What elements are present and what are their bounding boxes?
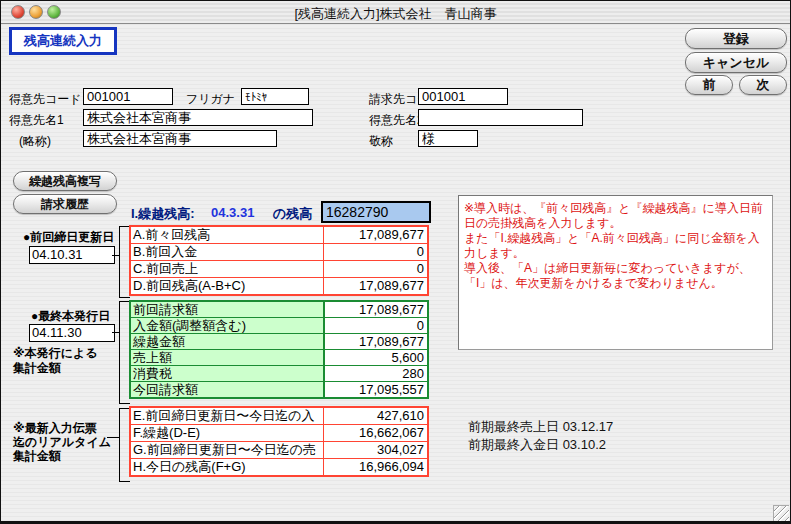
carryover-suffix: の残高 <box>273 205 312 223</box>
table-row: H.今日の残高(F+G)16,966,094 <box>131 458 427 475</box>
billing-history-button[interactable]: 請求履歴 <box>13 194 117 214</box>
table-row: 前回請求額17,089,677 <box>131 302 427 317</box>
last-sales-label: 前期最終売上日 <box>468 419 559 434</box>
last-issue-label: ●最終本発行日 <box>31 308 110 325</box>
customer-name1-input[interactable] <box>83 109 313 126</box>
customer-name1-label: 得意先名1 <box>9 112 64 129</box>
row-value[interactable]: 304,027 <box>323 442 427 458</box>
prev-button[interactable]: 前 <box>685 75 733 95</box>
customer-code-input[interactable] <box>83 88 173 105</box>
row-value[interactable]: 5,600 <box>323 350 427 365</box>
row-value[interactable]: 0 <box>323 244 427 260</box>
row-value[interactable]: 280 <box>323 366 427 381</box>
row-value[interactable]: 0 <box>323 261 427 277</box>
connector-green <box>112 332 119 333</box>
table-row: F.繰越(D-E)16,662,067 <box>131 424 427 441</box>
row-label: 今回請求額 <box>131 382 323 397</box>
next-button[interactable]: 次 <box>739 75 787 95</box>
help-note: ※導入時は、『前々回残高』と『繰越残高』に導入日前日の売掛残高を入力します。 ま… <box>458 195 773 350</box>
copy-carryover-balance-button[interactable]: 繰越残高複写 <box>13 171 117 191</box>
row-label: D.前回残高(A-B+C) <box>131 278 323 294</box>
billing-code-input[interactable] <box>418 88 508 105</box>
row-label: 入金額(調整額含む) <box>131 318 323 333</box>
row-label: 繰越金額 <box>131 334 323 349</box>
furigana-input[interactable] <box>241 88 309 105</box>
table-row: D.前回残高(A-B+C)17,089,677 <box>131 277 427 294</box>
row-label: B.前回入金 <box>131 244 323 260</box>
table-row: A.前々回残高17,089,677 <box>131 227 427 243</box>
table-row: 入金額(調整額含む)0 <box>131 317 427 333</box>
last-issue-date: 04.11.30 <box>29 324 115 342</box>
last-sales-date-line: 前期最終売上日 03.12.17 <box>468 418 613 436</box>
screen-title-badge: 残高連続入力 <box>9 27 117 55</box>
row-value[interactable]: 0 <box>323 318 427 333</box>
prev-closing-date: 04.10.31 <box>29 246 115 264</box>
row-value[interactable]: 16,662,067 <box>323 425 427 441</box>
customer-name2-label: 得意先名2 <box>369 112 424 129</box>
realtime-note-line3: 集計金額 <box>13 448 61 465</box>
carryover-label: I.繰越残高: <box>131 205 195 223</box>
row-label: E.前回締日更新日〜今日迄の入金 <box>131 408 323 424</box>
abbreviation-label: (略称) <box>19 133 51 150</box>
table-row: 売上額5,600 <box>131 349 427 365</box>
row-value[interactable]: 17,089,677 <box>323 227 427 243</box>
balance-table-realtime: E.前回締日更新日〜今日迄の入金427,610F.繰越(D-E)16,662,0… <box>129 406 429 477</box>
table-row: B.前回入金0 <box>131 243 427 260</box>
prev-closing-label: ●前回締日更新日 <box>23 229 114 246</box>
table-row: E.前回締日更新日〜今日迄の入金427,610 <box>131 408 427 424</box>
customer-code-label: 得意先コード <box>9 91 82 108</box>
abbreviation-input[interactable] <box>83 130 277 147</box>
row-label: C.前回売上 <box>131 261 323 277</box>
row-label: 消費税 <box>131 366 323 381</box>
app-window: [残高連続入力]株式会社 青山商事 残高連続入力 登録 キャンセル 前 次 得意… <box>0 0 791 524</box>
row-label: 売上額 <box>131 350 323 365</box>
row-label: A.前々回残高 <box>131 227 323 243</box>
honorific-label: 敬称 <box>369 133 393 150</box>
customer-name2-input[interactable] <box>418 109 583 126</box>
cancel-button[interactable]: キャンセル <box>685 52 787 73</box>
balance-table-prev: A.前々回残高17,089,677B.前回入金0C.前回売上0D.前回残高(A-… <box>129 225 429 296</box>
row-value[interactable]: 17,089,677 <box>323 302 427 317</box>
register-button[interactable]: 登録 <box>685 28 787 49</box>
row-value[interactable]: 427,610 <box>323 408 427 424</box>
window-title: [残高連続入力]株式会社 青山商事 <box>1 5 790 23</box>
table-row: 消費税280 <box>131 365 427 381</box>
connector-a-d <box>112 255 119 256</box>
last-deposit-date-line: 前期最終入金日 03.10.2 <box>468 436 606 454</box>
last-deposit-date: 03.10.2 <box>563 437 606 452</box>
table-row: 今回請求額17,095,557 <box>131 381 427 397</box>
row-value[interactable]: 17,089,677 <box>323 334 427 349</box>
row-label: 前回請求額 <box>131 302 323 317</box>
table-row: C.前回売上0 <box>131 260 427 277</box>
table-row: 繰越金額17,089,677 <box>131 333 427 349</box>
window-content: 残高連続入力 登録 キャンセル 前 次 得意先コード フリガナ 請求先コード 得… <box>1 24 790 521</box>
resize-handle[interactable] <box>773 505 789 521</box>
titlebar: [残高連続入力]株式会社 青山商事 <box>1 1 790 24</box>
last-deposit-label: 前期最終入金日 <box>468 437 559 452</box>
last-sales-date: 03.12.17 <box>563 419 614 434</box>
carryover-balance-input[interactable] <box>321 201 431 223</box>
carryover-date: 04.3.31 <box>211 205 254 220</box>
table-row: G.前回締日更新日〜今日迄の売上304,027 <box>131 441 427 458</box>
connector-e-h <box>107 437 119 438</box>
row-value[interactable]: 16,966,094 <box>323 459 427 475</box>
row-value[interactable]: 17,095,557 <box>323 382 427 397</box>
furigana-label: フリガナ <box>186 91 235 108</box>
issue-note-line2: 集計金額 <box>13 360 61 377</box>
row-value[interactable]: 17,089,677 <box>323 278 427 294</box>
honorific-input[interactable] <box>418 130 478 147</box>
row-label: G.前回締日更新日〜今日迄の売上 <box>131 442 323 458</box>
row-label: F.繰越(D-E) <box>131 425 323 441</box>
balance-table-issued: 前回請求額17,089,677入金額(調整額含む)0繰越金額17,089,677… <box>129 300 429 399</box>
row-label: H.今日の残高(F+G) <box>131 459 323 475</box>
